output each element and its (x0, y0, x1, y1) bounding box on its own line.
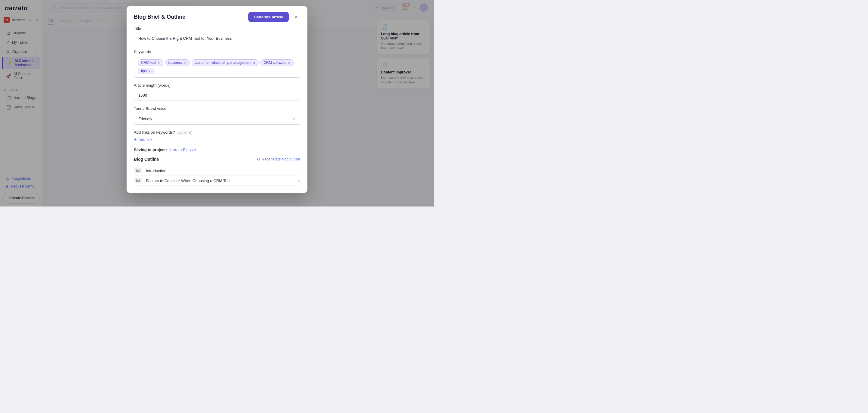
outline-item-introduction: h2 Introduction (134, 166, 300, 176)
article-length-label: Article length (words) (134, 83, 300, 88)
chevron-up-icon[interactable]: ∧ (297, 178, 300, 183)
regenerate-label: Regenerate blog outline (262, 157, 300, 161)
outline-item-text: Factors to Consider When Choosing a CRM … (146, 178, 293, 183)
tone-select[interactable]: Friendly Professional Casual Formal Humo… (134, 113, 300, 125)
keyword-tag-crm-software: CRM software × (260, 59, 294, 66)
modal-close-button[interactable]: ✕ (292, 13, 300, 21)
add-link-row[interactable]: + Add link (134, 137, 300, 142)
add-link-label: Add link (138, 137, 152, 142)
article-length-input[interactable] (134, 90, 300, 101)
refresh-icon: ↻ (257, 157, 260, 162)
keyword-text: customer relationship management (195, 61, 251, 65)
outline-heading-tag: h2 (134, 168, 142, 173)
keyword-text: business (168, 61, 183, 65)
keyword-remove-crm-tool[interactable]: × (158, 61, 160, 65)
outline-item-text: Introduction (146, 169, 300, 173)
modal-body: Title Keywords CRM tool × business × (127, 26, 307, 193)
keywords-field-group: Keywords CRM tool × business × customer … (134, 49, 300, 78)
title-label: Title (134, 26, 300, 31)
keyword-tag-crm-tool: CRM tool × (138, 59, 163, 66)
keywords-label: Keywords (134, 49, 300, 54)
add-links-label: Add links on keywords? (optional) (134, 130, 300, 135)
saving-project-link[interactable]: Narrato Blogs ✏ (169, 147, 197, 152)
keyword-tag-tips: tips × (138, 68, 154, 74)
generate-article-button[interactable]: Generate article (248, 12, 289, 22)
project-name: Narrato Blogs (169, 147, 193, 152)
tone-field-group: Tone / Brand voice Friendly Professional… (134, 106, 300, 125)
add-links-group: Add links on keywords? (optional) + Add … (134, 130, 300, 142)
keyword-remove-tips[interactable]: × (148, 69, 151, 73)
keyword-remove-crm-software[interactable]: × (288, 61, 290, 65)
keyword-tag-crm-full: customer relationship management × (192, 59, 258, 66)
keyword-text: CRM tool (141, 61, 156, 65)
outline-header: Blog Outline ↻ Regenerate blog outline (134, 157, 300, 162)
saving-to-project-row: Saving to project: Narrato Blogs ✏ (134, 147, 300, 152)
keyword-text: CRM software (264, 61, 287, 65)
close-icon: ✕ (294, 14, 298, 20)
outline-heading-tag: h2 (134, 178, 142, 183)
regenerate-outline-button[interactable]: ↻ Regenerate blog outline (257, 157, 300, 162)
edit-icon: ✏ (194, 148, 197, 152)
keywords-box[interactable]: CRM tool × business × customer relations… (134, 56, 300, 78)
saving-prefix: Saving to project: (134, 147, 167, 152)
article-length-group: Article length (words) (134, 83, 300, 101)
modal-overlay: Blog Brief & Outline Generate article ✕ … (0, 0, 434, 207)
tone-label: Tone / Brand voice (134, 106, 300, 111)
keyword-text: tips (141, 69, 147, 73)
outline-title: Blog Outline (134, 157, 159, 162)
title-field-group: Title (134, 26, 300, 44)
optional-label: (optional) (177, 130, 192, 135)
modal-title: Blog Brief & Outline (134, 14, 185, 20)
modal-header: Blog Brief & Outline Generate article ✕ (127, 6, 307, 26)
blog-brief-modal: Blog Brief & Outline Generate article ✕ … (127, 6, 307, 193)
outline-item-factors: h2 Factors to Consider When Choosing a C… (134, 176, 300, 186)
keyword-tag-business: business × (165, 59, 190, 66)
plus-icon: + (134, 137, 136, 142)
keyword-remove-crm-full[interactable]: × (253, 61, 255, 65)
keyword-remove-business[interactable]: × (184, 61, 187, 65)
title-input[interactable] (134, 33, 300, 44)
